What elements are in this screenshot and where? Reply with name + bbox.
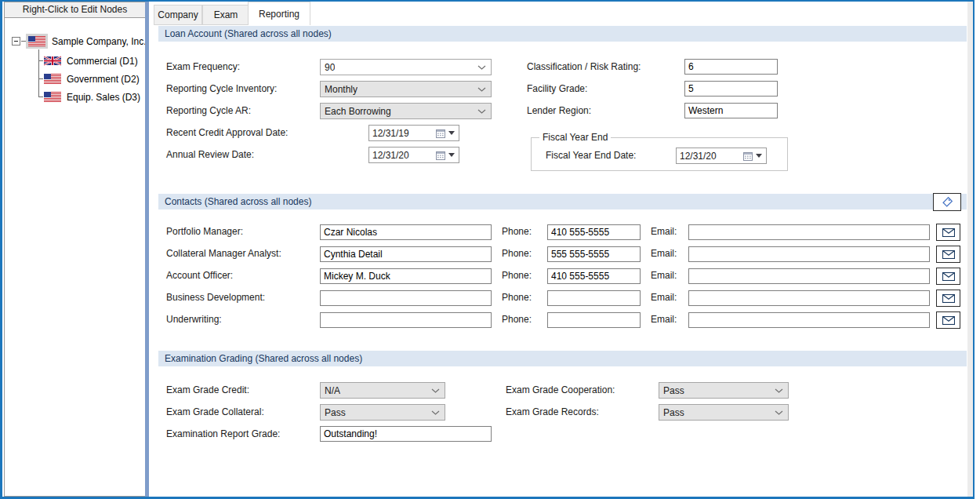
account-officer-phone-input[interactable] <box>547 268 641 284</box>
annual-review-date-picker[interactable]: 12/31/20 <box>368 147 459 163</box>
account-officer-label: Account Officer: <box>166 270 233 282</box>
reporting-cycle-ar-select[interactable]: Each Borrowing <box>320 103 492 119</box>
node-tree: Sample Company, Inc. Commercial (D1) <box>5 18 145 496</box>
loan-account-section-header: Loan Account (Shared across all nodes) <box>158 26 967 42</box>
collateral-manager-analyst-label: Collateral Manager Analyst: <box>166 248 281 260</box>
chevron-down-icon <box>775 410 783 415</box>
us-flag-icon <box>44 92 61 102</box>
business-development-name-input[interactable] <box>320 290 492 306</box>
portfolio-manager-label: Portfolio Manager: <box>166 226 243 238</box>
us-flag-icon <box>44 74 61 84</box>
email-button[interactable] <box>936 268 960 285</box>
recent-credit-approval-date-label: Recent Credit Approval Date: <box>166 127 288 139</box>
collateral-manager-analyst-email-input[interactable] <box>688 246 930 262</box>
tag-button[interactable] <box>933 193 961 211</box>
tree-node-government[interactable]: Government (D2) <box>67 74 140 85</box>
exam-grade-records-label: Exam Grade Records: <box>506 406 599 418</box>
uk-flag-icon <box>44 56 61 66</box>
tree-panel-header: Right-Click to Edit Nodes <box>5 2 145 18</box>
tab-exam[interactable]: Exam <box>202 5 249 25</box>
email-button[interactable] <box>936 246 960 263</box>
envelope-icon <box>942 250 955 259</box>
underwriting-name-input[interactable] <box>320 312 492 328</box>
phone-label: Phone: <box>502 314 532 326</box>
tree-expand-toggle[interactable] <box>12 37 20 46</box>
exam-grade-collateral-select[interactable]: Pass <box>320 404 445 421</box>
annual-review-date-label: Annual Review Date: <box>166 149 254 161</box>
email-label: Email: <box>651 292 677 304</box>
window-frame: Right-Click to Edit Nodes Sample Company… <box>0 0 975 499</box>
business-development-label: Business Development: <box>166 292 265 304</box>
tree-connector-line <box>38 78 43 79</box>
reporting-cycle-inventory-select[interactable]: Monthly <box>320 81 492 97</box>
dropdown-arrow-icon <box>756 154 762 158</box>
phone-label: Phone: <box>502 226 532 238</box>
tree-node-equip-sales[interactable]: Equip. Sales (D3) <box>67 92 140 103</box>
collateral-manager-analyst-name-input[interactable] <box>320 246 492 262</box>
business-development-email-input[interactable] <box>688 290 930 306</box>
tree-connector-line <box>38 60 43 61</box>
dropdown-arrow-icon <box>448 153 455 157</box>
exam-grade-records-select[interactable]: Pass <box>659 404 789 421</box>
phone-label: Phone: <box>502 292 532 304</box>
main-panel: Company Exam Reporting Loan Account (Sha… <box>149 2 967 497</box>
email-label: Email: <box>651 270 677 282</box>
fiscal-year-end-date-label: Fiscal Year End Date: <box>546 150 636 162</box>
facility-grade-input[interactable] <box>684 81 778 97</box>
exam-frequency-select[interactable]: 90 <box>320 59 492 75</box>
business-development-phone-input[interactable] <box>547 290 641 306</box>
underwriting-email-input[interactable] <box>688 312 930 328</box>
exam-grade-cooperation-select[interactable]: Pass <box>659 382 789 399</box>
portfolio-manager-phone-input[interactable] <box>547 224 641 240</box>
chevron-down-icon <box>775 388 783 393</box>
portfolio-manager-email-input[interactable] <box>688 224 930 240</box>
application-window: Right-Click to Edit Nodes Sample Company… <box>0 0 980 499</box>
calendar-icon <box>436 129 445 138</box>
reporting-cycle-ar-label: Reporting Cycle AR: <box>166 105 251 117</box>
envelope-icon <box>942 294 955 303</box>
tree-node-root[interactable]: Sample Company, Inc. <box>52 36 146 47</box>
tree-node-commercial[interactable]: Commercial (D1) <box>67 56 138 67</box>
email-button[interactable] <box>936 290 960 307</box>
account-officer-email-input[interactable] <box>688 268 930 284</box>
portfolio-manager-name-input[interactable] <box>320 224 492 240</box>
lender-region-label: Lender Region: <box>527 105 591 117</box>
node-tree-panel: Right-Click to Edit Nodes Sample Company… <box>4 2 146 497</box>
collateral-manager-analyst-phone-input[interactable] <box>547 246 641 262</box>
calendar-icon <box>743 151 753 161</box>
chevron-down-icon <box>431 388 440 393</box>
exam-grade-cooperation-label: Exam Grade Cooperation: <box>506 384 615 396</box>
fiscal-year-end-group-label: Fiscal Year End <box>539 132 611 144</box>
tab-company[interactable]: Company <box>154 5 202 25</box>
underwriting-phone-input[interactable] <box>547 312 641 328</box>
examination-report-grade-input[interactable] <box>320 426 492 442</box>
phone-label: Phone: <box>502 270 532 282</box>
chevron-down-icon <box>431 410 440 415</box>
chevron-down-icon <box>477 65 486 70</box>
email-button[interactable] <box>936 311 960 329</box>
exam-grade-credit-label: Exam Grade Credit: <box>166 384 249 396</box>
classification-risk-rating-input[interactable] <box>684 59 778 75</box>
exam-grade-credit-select[interactable]: N/A <box>320 382 445 399</box>
tree-connector-line <box>21 41 27 42</box>
reporting-cycle-inventory-label: Reporting Cycle Inventory: <box>166 83 277 95</box>
account-officer-name-input[interactable] <box>320 268 492 284</box>
fiscal-year-end-group: Fiscal Year End Fiscal Year End Date: 12… <box>531 137 788 171</box>
us-flag-icon <box>28 36 45 46</box>
lender-region-input[interactable] <box>684 103 778 118</box>
dropdown-arrow-icon <box>448 131 455 135</box>
email-button[interactable] <box>936 224 960 241</box>
vertical-scrollbar[interactable] <box>967 2 973 497</box>
email-label: Email: <box>651 248 677 260</box>
examination-report-grade-label: Examination Report Grade: <box>166 428 280 440</box>
fiscal-year-end-date-picker[interactable]: 12/31/20 <box>676 148 767 164</box>
envelope-icon <box>942 316 955 325</box>
calendar-icon <box>436 151 445 160</box>
tree-connector-line <box>38 49 39 97</box>
recent-credit-approval-date-picker[interactable]: 12/31/19 <box>368 125 459 141</box>
tree-connector-line <box>38 97 43 97</box>
minus-icon <box>14 41 18 42</box>
underwriting-label: Underwriting: <box>166 314 222 326</box>
tab-reporting[interactable]: Reporting <box>248 2 310 25</box>
email-label: Email: <box>651 314 677 326</box>
